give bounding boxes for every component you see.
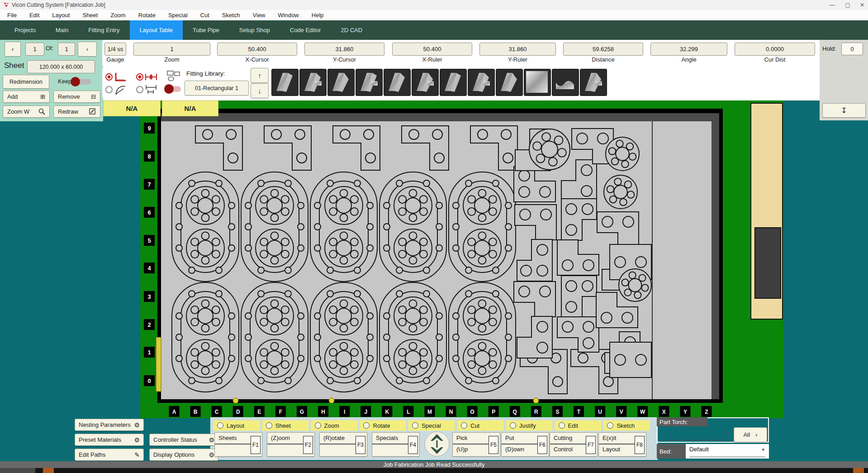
- menu-cut[interactable]: Cut: [200, 12, 209, 19]
- mode-zoom[interactable]: Zoom: [311, 420, 358, 431]
- mode-layout[interactable]: Layout: [213, 420, 260, 431]
- menu-window[interactable]: Window: [278, 12, 299, 19]
- mode-special[interactable]: Special: [408, 420, 455, 431]
- layout-canvas[interactable]: 9876543210ABCDEFGHIJKLMNOPQRSTUVWXYZ: [140, 100, 783, 420]
- part-stadium-7[interactable]: [241, 282, 308, 392]
- fitting-tile-11[interactable]: [552, 69, 579, 96]
- part-stadium-5[interactable]: [449, 172, 516, 282]
- next-sheet-button[interactable]: ›: [78, 42, 97, 57]
- fitting-tile-6[interactable]: [412, 69, 439, 96]
- sheet-size-field[interactable]: 120.000 x 60.000: [27, 60, 95, 73]
- nest-updown-icon[interactable]: [424, 431, 450, 457]
- fitting-tile-2[interactable]: [299, 69, 327, 96]
- distance-field[interactable]: 59.6258: [563, 43, 643, 56]
- snap-angle-radio[interactable]: [105, 84, 128, 98]
- display-options-button[interactable]: Display Options⚙: [149, 449, 218, 461]
- gauge-field[interactable]: 1/4 ss: [104, 43, 126, 56]
- part-flange-1[interactable]: [529, 129, 570, 170]
- angle-field[interactable]: 32.299: [650, 43, 727, 56]
- cur-dist-field[interactable]: 0.0000: [735, 43, 815, 56]
- mode-edit[interactable]: Edit: [555, 420, 602, 431]
- fitting-tile-8[interactable]: [468, 69, 495, 96]
- fkey-f5-button[interactable]: Pick(U)pF5: [452, 432, 500, 457]
- fitting-tile-5[interactable]: [384, 69, 411, 96]
- mode-cut[interactable]: Cut: [457, 420, 504, 431]
- tab-code-editor[interactable]: Code Editor: [280, 20, 331, 40]
- menu-edit[interactable]: Edit: [29, 12, 39, 19]
- measure-manual-radio[interactable]: [136, 84, 158, 98]
- all-torches-button[interactable]: All ›: [734, 427, 767, 442]
- fkey-f7-button[interactable]: CuttingControlF7: [550, 432, 598, 457]
- hold-field[interactable]: 0: [841, 43, 863, 55]
- menu-sketch[interactable]: Sketch: [222, 12, 240, 19]
- menu-view[interactable]: View: [253, 12, 266, 19]
- taskbar-item-left[interactable]: [43, 468, 54, 473]
- fitting-library-combo[interactable]: 01-Rectangular 1: [185, 81, 249, 96]
- tab-2d-cad[interactable]: 2D CAD: [331, 20, 372, 40]
- menu-file[interactable]: File: [7, 12, 17, 19]
- x-cursor-field[interactable]: 50.400: [217, 43, 297, 56]
- part-flange-2[interactable]: [606, 137, 639, 171]
- part-stadium-6[interactable]: [172, 282, 239, 392]
- mode-sheet[interactable]: Sheet: [262, 420, 309, 431]
- menu-help[interactable]: Help: [312, 12, 324, 19]
- menu-layout[interactable]: Layout: [52, 12, 70, 19]
- preset-materials-button[interactable]: Preset Materials⚙: [75, 434, 144, 446]
- minimize-button[interactable]: —: [825, 0, 840, 10]
- dock-button[interactable]: ↧: [822, 103, 866, 118]
- menu-rotate[interactable]: Rotate: [138, 12, 156, 19]
- tab-main[interactable]: Main: [46, 20, 78, 40]
- part-stadium-1[interactable]: [172, 172, 239, 282]
- fitting-tile-3[interactable]: [327, 69, 355, 96]
- fitting-tile-12[interactable]: [580, 69, 607, 96]
- part-stadium-8[interactable]: [310, 282, 377, 392]
- controller-status-button[interactable]: Controller Status⚙: [149, 434, 218, 446]
- fitting-tile-4[interactable]: [356, 69, 383, 96]
- nesting-parameters-button[interactable]: Nesting Parameters⚙: [75, 419, 144, 431]
- remove-button[interactable]: Remove⊟: [53, 91, 100, 103]
- redraw-button[interactable]: Redraw: [53, 105, 100, 118]
- fkey-f2-button[interactable]: (Z)oomF2: [267, 432, 315, 457]
- y-cursor-field[interactable]: 31.860: [304, 43, 384, 56]
- fkey-f3-button[interactable]: (R)otateF3: [319, 432, 367, 457]
- part-flange-3[interactable]: [604, 175, 637, 209]
- part-stadium-2[interactable]: [241, 172, 308, 282]
- part-torch-combo[interactable]: ▾: [661, 429, 730, 440]
- menu-sheet[interactable]: Sheet: [82, 12, 98, 19]
- menu-special[interactable]: Special: [168, 12, 188, 19]
- part-stadium-3[interactable]: [310, 172, 377, 282]
- x-ruler-field[interactable]: 50.400: [392, 43, 472, 56]
- fkey-f1-button[interactable]: SheetsF1: [214, 432, 262, 457]
- close-button[interactable]: ✕: [855, 0, 868, 10]
- add-button[interactable]: Add⊞: [3, 91, 50, 103]
- sheet-number-field[interactable]: 1: [25, 43, 44, 56]
- fitting-tile-9[interactable]: [496, 69, 523, 96]
- y-ruler-field[interactable]: 31.860: [479, 43, 556, 56]
- fitting-tile-1[interactable]: [271, 69, 299, 96]
- part-stadium-4[interactable]: [379, 172, 446, 282]
- tab-setup-shop[interactable]: Setup Shop: [229, 20, 280, 40]
- taskbar-item-right[interactable]: [853, 468, 864, 473]
- measure-auto-radio[interactable]: [136, 72, 158, 84]
- edit-paths-button[interactable]: Edit Paths✎: [75, 449, 144, 461]
- snap-grid-radio[interactable]: [105, 72, 128, 84]
- mode-sketch[interactable]: Sketch: [603, 420, 650, 431]
- redimension-button[interactable]: Redimension: [3, 75, 49, 89]
- fkey-f4-button[interactable]: SpecialsF4: [372, 432, 420, 457]
- sheet-total-field[interactable]: 1: [58, 43, 75, 56]
- maximize-button[interactable]: ▢: [840, 0, 855, 10]
- fitting-tile-10[interactable]: [524, 69, 551, 96]
- part-stadium-9[interactable]: [379, 282, 446, 392]
- mode-rotate[interactable]: Rotate: [359, 420, 406, 431]
- part-stadium-10[interactable]: [449, 282, 516, 392]
- fitting-scroll-down-button[interactable]: ↓: [251, 83, 269, 98]
- zoom-window-button[interactable]: Zoom W: [3, 105, 50, 118]
- part-flange-4[interactable]: [619, 269, 651, 301]
- part-plate-18[interactable]: [610, 342, 651, 377]
- fitting-tile-7[interactable]: [440, 69, 467, 96]
- fkey-f6-button[interactable]: Put(D)ownF6: [501, 432, 549, 457]
- tab-layout-table[interactable]: Layout Table: [130, 20, 183, 40]
- fitting-scroll-up-button[interactable]: ↑: [251, 68, 269, 83]
- tab-projects[interactable]: Projects: [5, 20, 46, 40]
- tab-fitting-entry[interactable]: Fitting Entry: [78, 20, 129, 40]
